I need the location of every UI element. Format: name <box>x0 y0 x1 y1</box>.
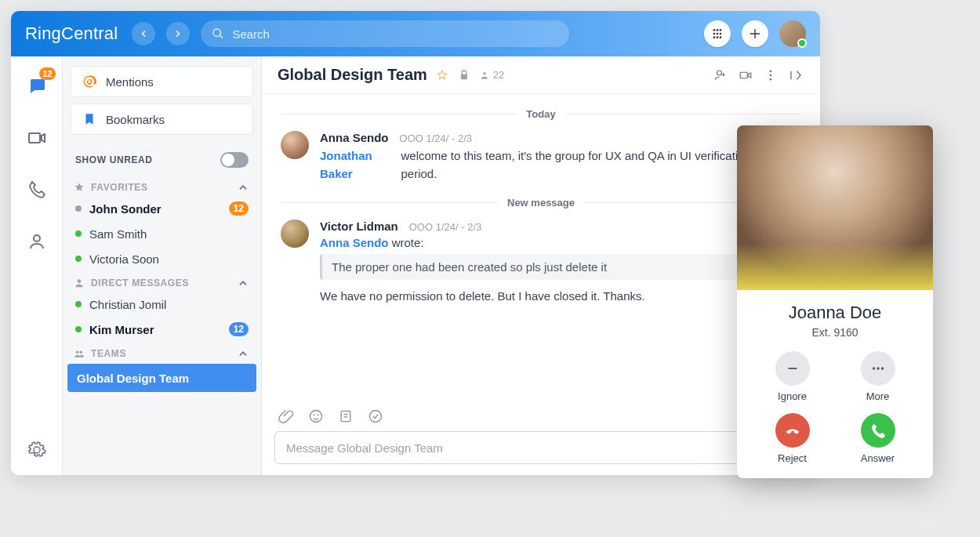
team-global-design[interactable]: Global Design Team <box>67 364 256 392</box>
contact-christian-jomil[interactable]: Christian Jomil <box>71 292 253 317</box>
mentions-link[interactable]: Mentions <box>71 66 253 97</box>
svg-point-19 <box>310 411 322 423</box>
search-field[interactable] <box>201 20 569 47</box>
chevron-up-icon <box>238 182 249 193</box>
contact-victoria-soon[interactable]: Victoria Soon <box>71 246 253 271</box>
unread-badge: 12 <box>229 201 249 216</box>
message-avatar[interactable] <box>281 131 309 159</box>
quote-attribution: Anna Sendo wrote: <box>320 236 801 249</box>
minus-icon <box>784 360 801 377</box>
chevron-left-icon <box>139 29 148 38</box>
phone-answer-icon <box>869 422 887 439</box>
paperclip-icon <box>278 408 294 424</box>
answer-button[interactable]: Answer <box>851 413 905 464</box>
chevron-up-icon <box>238 348 249 359</box>
add-member-button[interactable] <box>712 67 729 84</box>
bookmarks-link[interactable]: Bookmarks <box>71 103 253 135</box>
search-icon <box>212 27 224 40</box>
rail-video[interactable] <box>21 122 53 154</box>
add-button[interactable] <box>742 20 768 47</box>
emoji-button[interactable] <box>307 408 325 425</box>
attach-button[interactable] <box>278 408 295 425</box>
nav-back-button[interactable] <box>132 22 155 45</box>
person-icon <box>74 278 85 288</box>
message-meta: OOO 1/24/ - 2/3 <box>400 132 473 144</box>
presence-dot <box>75 205 82 212</box>
chat-title: Global Design Team <box>278 66 427 84</box>
reject-button[interactable]: Reject <box>765 413 819 464</box>
rail-messages[interactable]: 12 <box>21 71 53 102</box>
svg-point-6 <box>713 36 716 38</box>
svg-point-11 <box>76 351 79 354</box>
composer-input[interactable] <box>286 441 796 455</box>
message-meta: OOO 1/24/ - 2/3 <box>409 221 482 233</box>
svg-point-0 <box>713 29 716 31</box>
lock-icon <box>457 68 471 82</box>
teams-title: TEAMS <box>91 348 126 359</box>
brand-logo: RingCentral <box>25 24 118 44</box>
composer[interactable] <box>274 431 808 464</box>
checkmark-circle-icon <box>368 408 383 424</box>
presence-dot <box>75 301 82 307</box>
message-author: Anna Sendo <box>320 131 389 144</box>
svg-point-13 <box>483 71 486 74</box>
svg-point-12 <box>80 351 83 354</box>
message-avatar[interactable] <box>281 220 309 248</box>
note-button[interactable] <box>337 408 354 425</box>
phone-icon <box>27 180 46 199</box>
video-icon <box>27 129 46 147</box>
presence-dot <box>75 256 82 262</box>
favorite-toggle[interactable] <box>435 68 449 82</box>
ignore-button[interactable]: Ignore <box>765 351 819 402</box>
unread-badge: 12 <box>229 322 249 336</box>
collapse-panel-button[interactable] <box>787 67 804 84</box>
rail-contacts[interactable] <box>21 226 53 257</box>
section-teams[interactable]: TEAMS <box>71 342 253 362</box>
svg-point-5 <box>720 33 722 35</box>
svg-point-4 <box>717 33 719 35</box>
svg-point-17 <box>770 74 772 76</box>
start-video-button[interactable] <box>737 67 754 84</box>
emoji-icon <box>308 408 324 424</box>
chevron-up-icon <box>238 278 249 288</box>
dialpad-button[interactable] <box>704 20 731 47</box>
svg-point-3 <box>713 33 716 35</box>
svg-point-25 <box>872 367 874 369</box>
contact-john-sonder[interactable]: John Sonder 12 <box>71 196 253 221</box>
svg-point-21 <box>318 415 318 415</box>
svg-point-10 <box>78 279 82 283</box>
message-body: Jonathan Baker welcome to this team, it'… <box>320 147 759 183</box>
contact-kim-murser[interactable]: Kim Murser 12 <box>71 317 253 342</box>
presence-dot <box>75 230 82 237</box>
svg-rect-22 <box>341 411 350 421</box>
rail-settings[interactable] <box>21 434 53 466</box>
at-icon <box>82 74 96 89</box>
message-body: We have no permission to delete. But I h… <box>320 288 759 306</box>
more-options-button[interactable] <box>762 67 779 84</box>
profile-avatar[interactable] <box>779 20 806 47</box>
svg-point-1 <box>717 29 719 31</box>
member-count[interactable]: 22 <box>479 69 504 81</box>
contact-name: Christian Jomil <box>89 298 249 311</box>
rail-phone[interactable] <box>21 174 53 205</box>
date-divider: Today <box>281 108 801 120</box>
favorites-title: FAVORITES <box>91 182 148 193</box>
note-icon <box>338 408 354 424</box>
search-input[interactable] <box>232 27 558 41</box>
task-button[interactable] <box>367 408 384 425</box>
show-unread-toggle[interactable] <box>220 152 249 168</box>
svg-point-20 <box>314 415 314 415</box>
svg-point-23 <box>370 411 382 423</box>
gear-icon <box>27 441 46 459</box>
presence-dot <box>75 326 82 332</box>
more-button[interactable]: More <box>851 351 905 402</box>
message-item: Victor Lidman OOO 1/24/ - 2/3 Anna Sendo… <box>281 220 801 306</box>
section-favorites[interactable]: FAVORITES <box>71 176 253 196</box>
bookmarks-label: Bookmarks <box>106 113 165 126</box>
nav-forward-button[interactable] <box>166 22 190 45</box>
section-direct-messages[interactable]: DIRECT MESSAGES <box>71 271 253 292</box>
contact-sam-smith[interactable]: Sam Smith <box>71 221 253 246</box>
svg-rect-15 <box>740 72 747 78</box>
mention-link[interactable]: Jonathan Baker <box>320 147 401 183</box>
svg-point-16 <box>770 70 772 72</box>
